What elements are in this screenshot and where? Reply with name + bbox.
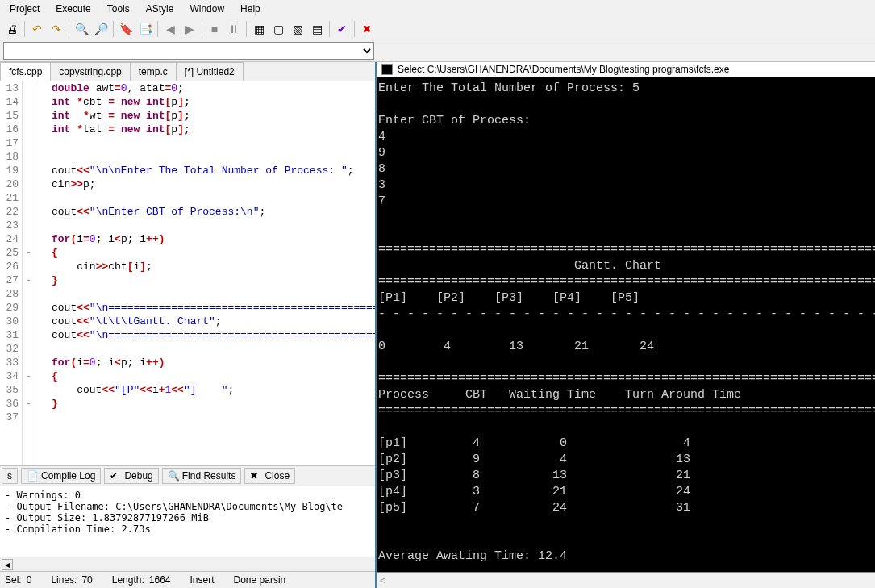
- close-action-icon[interactable]: ✖: [358, 20, 376, 38]
- compile-run-icon[interactable]: ▧: [289, 20, 306, 38]
- tab-fcfs[interactable]: fcfs.cpp: [0, 62, 51, 81]
- menubar: Project Execute Tools AStyle Window Help: [0, 0, 875, 18]
- menu-help[interactable]: Help: [234, 2, 267, 16]
- log-line: - Output Size: 1.83792877197266 MiB: [5, 512, 370, 523]
- bottom-tab-close[interactable]: ✖Close: [244, 468, 295, 484]
- tab-copystring[interactable]: copystring.cpp: [50, 62, 130, 81]
- compile-icon[interactable]: ▦: [250, 20, 268, 38]
- print-icon[interactable]: 🖨: [3, 20, 21, 38]
- menu-window[interactable]: Window: [183, 2, 231, 16]
- console-statusbar: <: [377, 572, 875, 588]
- code-editor[interactable]: 1314151617181920212223242526272829303132…: [0, 81, 375, 465]
- log-line: - Warnings: 0: [5, 490, 370, 501]
- log-icon: 📄: [27, 470, 38, 482]
- syntax-check-icon[interactable]: ✔: [333, 20, 351, 38]
- toolbar: 🖨 ↶ ↷ 🔍 🔎 🔖 📑 ◀ ▶ ■ ⏸ ▦ ▢ ▧ ▤ ✔ ✖: [0, 18, 875, 40]
- menu-execute[interactable]: Execute: [49, 2, 97, 16]
- goto-icon[interactable]: 📑: [136, 20, 154, 38]
- menu-project[interactable]: Project: [3, 2, 46, 16]
- editor-hscrollbar[interactable]: ◂: [0, 557, 375, 571]
- pause-icon[interactable]: ⏸: [225, 20, 243, 38]
- debug-icon: ✔: [110, 470, 121, 482]
- next-icon[interactable]: ▶: [181, 20, 198, 38]
- compile-log: - Warnings: 0 - Output Filename: C:\User…: [0, 486, 375, 557]
- editor-pane: fcfs.cpp copystring.cpp temp.c [*] Untit…: [0, 62, 377, 588]
- rebuild-icon[interactable]: ▤: [308, 20, 326, 38]
- bookmark-icon[interactable]: 🔖: [117, 20, 135, 38]
- goto-row: [0, 40, 875, 62]
- replace-icon[interactable]: 🔎: [92, 20, 110, 38]
- console-titlebar[interactable]: Select C:\Users\GHANENDRA\Documents\My B…: [377, 62, 875, 77]
- close-icon: ✖: [250, 470, 261, 482]
- log-line: - Output Filename: C:\Users\GHANENDRA\Do…: [5, 501, 370, 512]
- bottom-tab-compile-log[interactable]: 📄Compile Log: [21, 468, 101, 484]
- stop-icon[interactable]: ■: [206, 20, 223, 38]
- bottom-tab-find[interactable]: 🔍Find Results: [162, 468, 242, 484]
- find-results-icon: 🔍: [168, 470, 179, 482]
- console-pane: Select C:\Users\GHANENDRA\Documents\My B…: [377, 62, 875, 588]
- undo-icon[interactable]: ↶: [28, 20, 46, 38]
- file-tabbar: fcfs.cpp copystring.cpp temp.c [*] Untit…: [0, 62, 375, 81]
- prev-icon[interactable]: ◀: [161, 20, 179, 38]
- console-output[interactable]: Enter The Total Number of Process: 5 Ent…: [377, 77, 875, 572]
- bottom-tab-debug[interactable]: ✔Debug: [104, 468, 158, 484]
- bottom-tabbar: s 📄Compile Log ✔Debug 🔍Find Results ✖Clo…: [0, 465, 375, 486]
- scroll-left-icon[interactable]: ◂: [2, 559, 13, 570]
- tab-temp[interactable]: temp.c: [130, 62, 177, 81]
- redo-icon[interactable]: ↷: [48, 20, 65, 38]
- console-title-text: Select C:\Users\GHANENDRA\Documents\My B…: [398, 64, 729, 75]
- tab-untitled2[interactable]: [*] Untitled2: [176, 62, 244, 81]
- log-line: - Compilation Time: 2.73s: [5, 523, 370, 535]
- find-icon[interactable]: 🔍: [73, 20, 90, 38]
- run-icon[interactable]: ▢: [269, 20, 287, 38]
- console-app-icon: [381, 64, 393, 75]
- statusbar: Sel:0 Lines:70 Length:1664 Insert Done p…: [0, 571, 375, 588]
- menu-astyle[interactable]: AStyle: [140, 2, 181, 16]
- bottom-tab-s[interactable]: s: [2, 468, 18, 484]
- goto-function-dropdown[interactable]: [3, 42, 374, 60]
- menu-tools[interactable]: Tools: [101, 2, 136, 16]
